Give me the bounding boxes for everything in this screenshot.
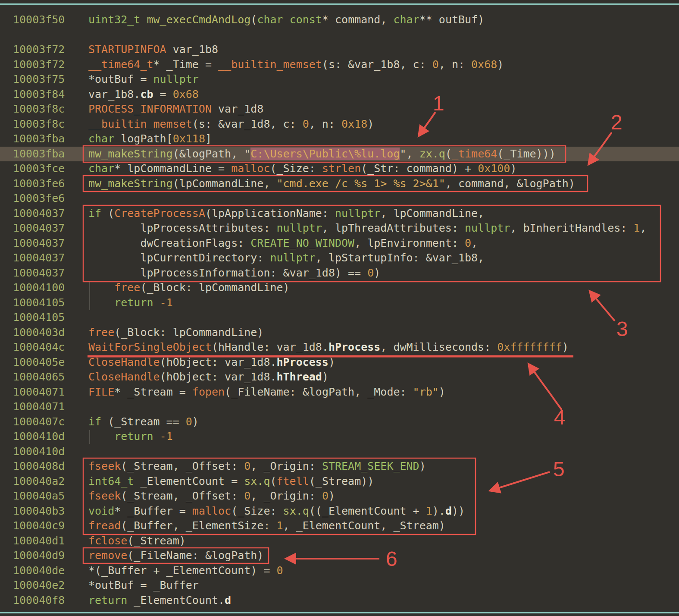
address-gutter[interactable]: 10004105 bbox=[0, 310, 88, 325]
code-line[interactable]: 100040d9remove(_FileName: &logPath) bbox=[0, 548, 679, 563]
address-gutter[interactable]: 1000410d bbox=[0, 444, 88, 459]
address-gutter[interactable]: 10003fe6 bbox=[0, 176, 88, 192]
address-gutter[interactable]: 100040f8 bbox=[0, 593, 88, 608]
address-gutter[interactable]: 10003fba bbox=[0, 147, 88, 162]
code-line[interactable]: 10004037 lpProcessInformation: &var_1d8)… bbox=[0, 266, 679, 281]
address-gutter[interactable]: 10004100 bbox=[0, 280, 88, 295]
address-gutter[interactable]: 10003fe6 bbox=[0, 191, 88, 206]
code-line[interactable]: 100040d1fclose(_Stream) bbox=[0, 534, 679, 549]
code-line[interactable]: 10003fbachar logPath[0x118] bbox=[0, 132, 679, 147]
address-gutter[interactable]: 100040c9 bbox=[0, 519, 88, 534]
address-gutter[interactable]: 10003f8c bbox=[0, 102, 88, 117]
token: free bbox=[88, 326, 114, 339]
code-line[interactable]: 100040c9fread(_Buffer, _ElementSize: 1, … bbox=[0, 519, 679, 534]
code-line[interactable]: 10003f75*outBuf = nullptr bbox=[0, 72, 679, 87]
code-line[interactable]: 100040f8return _ElementCount.d bbox=[0, 593, 679, 608]
code-line[interactable]: 10003fe6mw_makeString(lpCommandLine, "cm… bbox=[0, 176, 679, 192]
token: 0x118 bbox=[173, 132, 205, 145]
address-gutter[interactable]: 10003f75 bbox=[0, 72, 88, 87]
code-line[interactable]: 10004037 lpCurrentDirectory: nullptr, lp… bbox=[0, 251, 679, 266]
token: void bbox=[88, 505, 114, 517]
code-line[interactable]: 10004037if (CreateProcessA(lpApplication… bbox=[0, 206, 679, 221]
token: ( bbox=[101, 207, 114, 220]
token: fseek bbox=[88, 460, 121, 472]
address-gutter[interactable]: 10003f72 bbox=[0, 57, 88, 72]
token: CREATE_NO_WINDOW bbox=[250, 237, 354, 249]
address-gutter[interactable]: 10003f8c bbox=[0, 117, 88, 132]
token: , lpCommandLine, bbox=[380, 207, 484, 220]
code-line[interactable]: 10003f72__time64_t* _Time = __builtin_me… bbox=[0, 57, 679, 72]
address-gutter[interactable]: 1000405e bbox=[0, 355, 88, 370]
code-line[interactable]: 10003f8cPROCESS_INFORMATION var_1d8 bbox=[0, 102, 679, 117]
token: return bbox=[88, 594, 127, 607]
token: cb bbox=[140, 88, 153, 101]
code-line[interactable] bbox=[0, 28, 679, 43]
address-gutter[interactable]: 1000404c bbox=[0, 340, 88, 355]
token: = bbox=[153, 88, 173, 101]
address-gutter[interactable]: 10004037 bbox=[0, 266, 88, 281]
address-gutter[interactable]: 10004105 bbox=[0, 295, 88, 311]
code-line[interactable]: 100040e2*outBuf = _Buffer bbox=[0, 578, 679, 593]
address-gutter[interactable]: 10004037 bbox=[0, 236, 88, 251]
address-gutter[interactable]: 10004037 bbox=[0, 221, 88, 236]
code-line[interactable]: 100040de*(_Buffer + _ElementCount) = 0 bbox=[0, 563, 679, 578]
address-gutter[interactable]: 10004071 bbox=[0, 399, 88, 415]
code-pane[interactable]: 10003f50uint32_t mw_execCmdAndLog(char c… bbox=[0, 13, 679, 608]
token: sx.q bbox=[283, 505, 309, 517]
code-line[interactable]: 10004037 dwCreationFlags: CREATE_NO_WIND… bbox=[0, 236, 679, 251]
address-gutter[interactable]: 100040a2 bbox=[0, 474, 88, 489]
code-line[interactable]: 100040a2int64_t _ElementCount = sx.q(fte… bbox=[0, 474, 679, 489]
address-gutter[interactable] bbox=[0, 28, 88, 43]
code-line[interactable]: 1000404cWaitForSingleObject(hHandle: var… bbox=[0, 340, 679, 355]
code-line[interactable]: 10004071FILE* _Stream = fopen(_FileName:… bbox=[0, 385, 679, 400]
code-line[interactable]: 10003f84var_1b8.cb = 0x68 bbox=[0, 87, 679, 102]
address-gutter[interactable]: 100040a5 bbox=[0, 489, 88, 504]
code-line[interactable]: 10004065CloseHandle(hObject: var_1d8.hTh… bbox=[0, 370, 679, 385]
code-line[interactable]: 10004071 bbox=[0, 399, 679, 415]
code-line[interactable]: 10003f8c__builtin_memset(s: &var_1d8, c:… bbox=[0, 117, 679, 132]
address-gutter[interactable]: 1000408d bbox=[0, 459, 88, 474]
address-gutter[interactable]: 1000410d bbox=[0, 429, 88, 444]
code-line[interactable]: 10004105 return -1 bbox=[0, 295, 679, 311]
address-gutter[interactable]: 10003f72 bbox=[0, 42, 88, 57]
address-gutter[interactable]: 10004065 bbox=[0, 370, 88, 385]
address-gutter[interactable]: 100040b3 bbox=[0, 504, 88, 519]
code-line[interactable]: 10004037 lpProcessAttributes: nullptr, l… bbox=[0, 221, 679, 236]
code-line[interactable]: 1000410d bbox=[0, 444, 679, 459]
code-line[interactable]: 1000407cif (_Stream == 0) bbox=[0, 415, 679, 430]
code-line[interactable]: 1000408dfseek(_Stream, _Offset: 0, _Orig… bbox=[0, 459, 679, 474]
code-line[interactable]: 10003fe6 bbox=[0, 191, 679, 206]
code-line[interactable]: 10003f50uint32_t mw_execCmdAndLog(char c… bbox=[0, 13, 679, 28]
address-gutter[interactable]: 100040de bbox=[0, 563, 88, 578]
address-gutter[interactable]: 10004037 bbox=[0, 206, 88, 221]
token: nullptr bbox=[465, 222, 510, 234]
code-line[interactable]: 1000405eCloseHandle(hObject: var_1d8.hPr… bbox=[0, 355, 679, 370]
code-line[interactable]: 100040a5fseek(_Stream, _Offset: 0, _Orig… bbox=[0, 489, 679, 504]
address-gutter[interactable]: 1000407c bbox=[0, 415, 88, 430]
code-line[interactable]: 1000410d return -1 bbox=[0, 429, 679, 444]
code-line[interactable]: 10003fcechar* lpCommandLine = malloc(_Si… bbox=[0, 161, 679, 176]
address-gutter[interactable]: 10004071 bbox=[0, 385, 88, 400]
token: ) bbox=[497, 58, 504, 71]
token: , lpThreadAttributes: bbox=[322, 222, 465, 234]
token: ) bbox=[322, 371, 329, 383]
address-gutter[interactable]: 100040d1 bbox=[0, 534, 88, 549]
code-text: *outBuf = nullptr bbox=[88, 72, 199, 87]
token: malloc bbox=[231, 162, 270, 175]
code-line[interactable]: 100040b3void* _Buffer = malloc(_Size: sx… bbox=[0, 504, 679, 519]
code-line[interactable]: 10004100 free(_Block: lpCommandLine) bbox=[0, 280, 679, 295]
code-line[interactable]: 10003f72STARTUPINFOA var_1b8 bbox=[0, 42, 679, 57]
code-line[interactable]: 1000403dfree(_Block: lpCommandLine) bbox=[0, 325, 679, 340]
address-gutter[interactable]: 10003f84 bbox=[0, 87, 88, 102]
address-gutter[interactable]: 1000403d bbox=[0, 325, 88, 340]
code-line[interactable]: 10004105 bbox=[0, 310, 679, 325]
address-gutter[interactable]: 100040d9 bbox=[0, 548, 88, 563]
code-line[interactable]: 10003fbamw_makeString(&logPath, "C:\User… bbox=[0, 147, 679, 162]
address-gutter[interactable]: 10003fba bbox=[0, 132, 88, 147]
address-gutter[interactable]: 10003f50 bbox=[0, 13, 88, 28]
address-gutter[interactable]: 10004037 bbox=[0, 251, 88, 266]
token: d bbox=[445, 505, 452, 517]
address-gutter[interactable]: 10003fce bbox=[0, 161, 88, 176]
token bbox=[153, 430, 160, 443]
address-gutter[interactable]: 100040e2 bbox=[0, 578, 88, 593]
